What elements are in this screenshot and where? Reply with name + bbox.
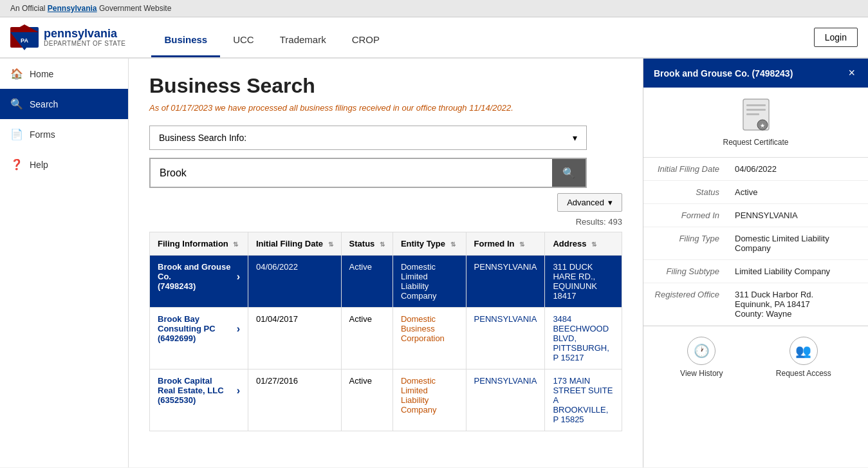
cell-date-r1: 04/06/2022 — [248, 256, 341, 308]
panel-close-button[interactable]: × — [845, 66, 858, 80]
search-input-row: 🔍 — [149, 158, 587, 188]
cell-filing-info-r3: Brook Capital Real Estate, LLC(6352530) … — [150, 370, 248, 431]
sort-icon-date: ⇅ — [328, 241, 333, 248]
entity-name-r1: Brook and Grouse Co.(7498243) — [158, 262, 232, 291]
entity-name-r2: Brook Bay Consulting PC(6492699) — [158, 314, 232, 343]
cell-formed-r1: PENNSYLVANIA — [466, 256, 545, 308]
view-history-button[interactable]: 🕐 View History — [680, 337, 723, 378]
svg-rect-8 — [746, 113, 759, 115]
search-info-label: Business Search Info: — [159, 133, 246, 143]
detail-label-status: Status — [643, 181, 727, 203]
cell-entity-r3: Domestic Limited Liability Company — [392, 370, 466, 431]
detail-row-registered-office: Registered Office 311 Duck Harbor Rd.Equ… — [643, 283, 868, 326]
detail-label-formed: Formed In — [643, 204, 727, 227]
help-icon: ❓ — [10, 158, 23, 171]
th-filing-info[interactable]: Filing Information ⇅ — [150, 232, 248, 256]
table-row[interactable]: Brook Capital Real Estate, LLC(6352530) … — [150, 370, 622, 431]
tab-ucc[interactable]: UCC — [220, 21, 267, 57]
view-history-label: View History — [680, 369, 723, 378]
header-row: Filing Information ⇅ Initial Filing Date… — [150, 232, 622, 256]
th-address[interactable]: Address ⇅ — [545, 232, 622, 256]
th-formed-in[interactable]: Formed In ⇅ — [466, 232, 545, 256]
cell-filing-info-r2: Brook Bay Consulting PC(6492699) › — [150, 308, 248, 370]
sort-icon-filing: ⇅ — [233, 241, 238, 248]
entity-link-r1[interactable]: Brook and Grouse Co.(7498243) › — [158, 262, 240, 291]
top-banner: An Official Pennsylvania Government Webs… — [0, 0, 868, 17]
detail-value-filing-subtype: Limited Liability Company — [727, 260, 868, 283]
cell-date-r2: 01/04/2017 — [248, 308, 341, 370]
request-access-label: Request Access — [776, 369, 831, 378]
detail-row-status: Status Active — [643, 181, 868, 204]
banner-text: An Official — [10, 4, 48, 13]
entity-link-r2[interactable]: Brook Bay Consulting PC(6492699) › — [158, 314, 240, 343]
detail-label-filing-date: Initial Filing Date — [643, 158, 727, 180]
sort-icon-status: ⇅ — [380, 241, 385, 248]
advanced-label: Advanced — [567, 198, 604, 207]
detail-row-filing-date: Initial Filing Date 04/06/2022 — [643, 158, 868, 181]
cell-formed-r3: PENNSYLVANIA — [466, 370, 545, 431]
main-content: Business Search As of 01/17/2023 we have… — [129, 59, 643, 467]
right-panel-header: Brook and Grouse Co. (7498243) × — [643, 59, 868, 88]
sidebar: 🏠 Home 🔍 Search 📄 Forms ❓ Help — [0, 59, 129, 467]
svg-rect-7 — [746, 109, 766, 111]
banner-suffix: Government Website — [99, 4, 172, 13]
sidebar-search-label: Search — [30, 99, 58, 109]
cert-label[interactable]: Request Certificate — [723, 138, 788, 147]
svg-text:PA: PA — [21, 37, 28, 44]
cell-address-r3: 173 MAIN STREET SUITE A BROOKVILLE, P 15… — [545, 370, 622, 431]
entity-link-r3[interactable]: Brook Capital Real Estate, LLC(6352530) … — [158, 376, 240, 405]
th-status[interactable]: Status ⇅ — [341, 232, 392, 256]
svg-text:★: ★ — [760, 122, 765, 129]
tab-crop[interactable]: CROP — [339, 21, 392, 57]
table-row[interactable]: Brook Bay Consulting PC(6492699) › 01/04… — [150, 308, 622, 370]
cell-status-r3: Active — [341, 370, 392, 431]
dropdown-chevron-icon: ▾ — [573, 133, 577, 143]
table-row[interactable]: Brook and Grouse Co.(7498243) › 04/06/20… — [150, 256, 622, 308]
th-initial-date[interactable]: Initial Filing Date ⇅ — [248, 232, 341, 256]
forms-icon: 📄 — [10, 128, 23, 140]
detail-value-formed: PENNSYLVANIA — [727, 204, 868, 227]
cell-status-r1: Active — [341, 256, 392, 308]
sidebar-help-label: Help — [30, 160, 48, 170]
pa-shield-icon: PA — [10, 23, 39, 51]
search-button[interactable]: 🔍 — [552, 159, 586, 187]
cell-address-r2: 3484 BEECHWOOD BLVD, PITTSBURGH, P 15217 — [545, 308, 622, 370]
sort-icon-address: ⇅ — [591, 241, 596, 248]
page-title: Business Search — [149, 74, 622, 98]
certificate-icon: ★ — [740, 98, 772, 134]
cell-filing-info: Brook and Grouse Co.(7498243) › — [150, 256, 248, 308]
sidebar-item-help[interactable]: ❓ Help — [0, 149, 128, 180]
panel-cert-section: ★ Request Certificate — [643, 88, 868, 158]
sidebar-item-forms[interactable]: 📄 Forms — [0, 119, 128, 149]
right-panel: Brook and Grouse Co. (7498243) × ★ Reque… — [643, 59, 868, 467]
detail-row-filing-type: Filing Type Domestic Limited Liability C… — [643, 227, 868, 260]
results-count: Results: 493 — [149, 212, 622, 227]
sidebar-home-label: Home — [30, 69, 53, 79]
detail-value-filing-date: 04/06/2022 — [727, 158, 868, 180]
search-input[interactable] — [151, 160, 552, 187]
detail-label-filing-type: Filing Type — [643, 227, 727, 259]
advanced-button[interactable]: Advanced ▾ — [557, 193, 622, 212]
tab-trademark[interactable]: Trademark — [267, 21, 339, 57]
detail-value-filing-type: Domestic Limited Liability Company — [727, 227, 868, 259]
request-access-icon: 👥 — [790, 337, 818, 365]
request-access-button[interactable]: 👥 Request Access — [776, 337, 831, 378]
subtitle: As of 01/17/2023 we have processed all b… — [149, 103, 622, 113]
table-header: Filing Information ⇅ Initial Filing Date… — [150, 232, 622, 256]
sidebar-forms-label: Forms — [30, 129, 55, 140]
cell-address-r1: 311 DUCK HARE RD., EQUINUNK 18417 — [545, 256, 622, 308]
sort-icon-formed: ⇅ — [519, 241, 524, 248]
dept-name: DEPARTMENT OF STATE — [44, 40, 125, 47]
sidebar-item-search[interactable]: 🔍 Search — [0, 89, 128, 119]
sidebar-item-home[interactable]: 🏠 Home — [0, 59, 128, 89]
panel-title: Brook and Grouse Co. (7498243) — [654, 68, 793, 79]
history-icon: 🕐 — [687, 337, 716, 365]
search-info-dropdown[interactable]: Business Search Info: ▾ — [149, 126, 587, 150]
tab-business[interactable]: Business — [151, 21, 220, 57]
app-wrapper: PA pennsylvania DEPARTMENT OF STATE Busi… — [0, 17, 868, 467]
panel-details: Initial Filing Date 04/06/2022 Status Ac… — [643, 158, 868, 326]
pennsylvania-link[interactable]: Pennsylvania — [48, 4, 97, 13]
login-button[interactable]: Login — [814, 28, 858, 47]
th-entity-type[interactable]: Entity Type ⇅ — [392, 232, 466, 256]
home-icon: 🏠 — [10, 68, 23, 80]
